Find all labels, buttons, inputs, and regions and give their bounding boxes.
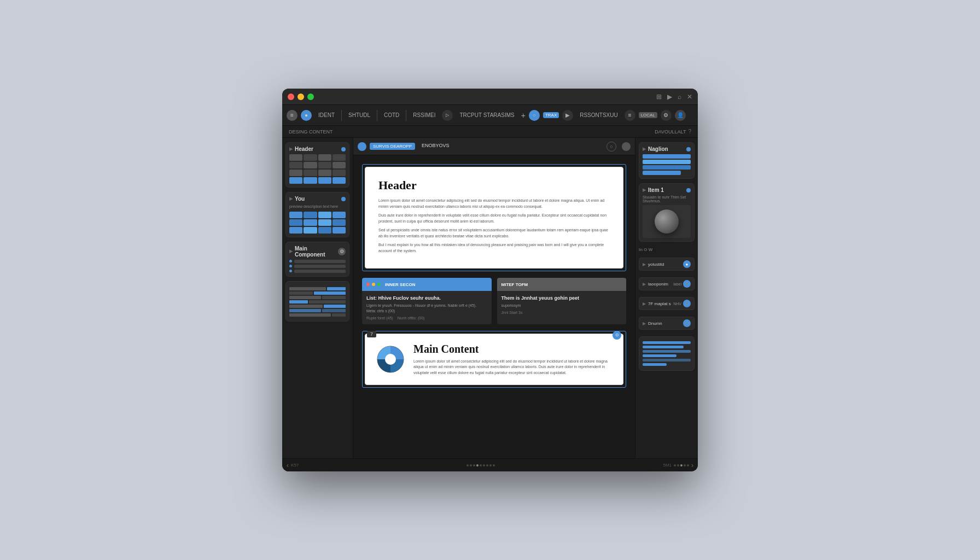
menu-icon[interactable]: ≡ — [287, 110, 298, 121]
grid-cell — [289, 170, 302, 176]
left-arrow-button[interactable]: ‹ — [287, 462, 289, 469]
list-item-icon-4[interactable]: ↻ — [683, 319, 691, 327]
page-dot[interactable] — [489, 464, 492, 466]
header-paragraph-2: Duis aute irure dolor in reprehenderit i… — [378, 213, 610, 224]
toolbar-shtudl[interactable]: SHTUDL — [345, 110, 374, 120]
header-component-card[interactable]: ▶ Header — [285, 142, 349, 188]
nav-arrow: ▶ — [643, 147, 646, 151]
arrow-icon: ▶ — [289, 196, 293, 201]
tab-active[interactable]: SURVIS DEAROPP — [370, 143, 415, 150]
toolbar-rssimei[interactable]: RSSIMEI — [410, 110, 439, 120]
page-dot[interactable] — [493, 464, 495, 466]
grid-icon[interactable]: ⊞ — [656, 93, 662, 101]
center-topbar: SURVIS DEAROPP ENOBYOVS ○ — [353, 138, 635, 155]
tab-second[interactable]: ENOBYOVS — [422, 143, 450, 150]
nav-status-dot — [686, 147, 691, 151]
center-panel: SURVIS DEAROPP ENOBYOVS ○ Header Lorem i… — [353, 138, 635, 458]
grid-cell-accent — [304, 177, 317, 184]
list-item-value-2: label — [673, 282, 681, 286]
right-dot — [674, 464, 676, 466]
list-line — [294, 270, 346, 273]
close-button[interactable] — [288, 94, 294, 100]
badge-trax: TRAX — [543, 112, 559, 118]
header-card-title: ▶ Header — [289, 146, 346, 152]
header-grid-preview — [289, 154, 346, 184]
list-arrow: ▶ — [643, 282, 646, 287]
minimize-button[interactable] — [298, 94, 304, 100]
settings-icon[interactable] — [622, 142, 631, 151]
search-icon[interactable]: ⌕ — [678, 93, 681, 101]
circle-icon[interactable]: ○ — [529, 110, 540, 121]
toolbar-cotd[interactable]: COTD — [381, 110, 402, 120]
circle-button[interactable]: ○ — [606, 142, 616, 151]
canvas-area[interactable]: Header Lorem ipsum dolor sit amet consec… — [353, 155, 635, 458]
pie-center — [385, 354, 396, 365]
toolbar: ≡ ● IDENT SHTUDL COTD RSSIMEI ▷ TRCPUT S… — [282, 105, 698, 126]
main-component-card[interactable]: ▶ Main Component ⚙ — [285, 242, 349, 277]
page-dot[interactable] — [486, 464, 488, 466]
list-item-row — [289, 265, 346, 268]
toolbar-trcput[interactable]: TRCPUT STARASIMS — [456, 110, 517, 120]
page-dot[interactable] — [470, 464, 472, 466]
right-page-text: 5M1 — [663, 463, 672, 468]
inner-card-1-meta: Ruple foret (45) Nunh ofttis: (00) — [366, 316, 487, 320]
close-icon[interactable]: ✕ — [687, 93, 692, 101]
page-dot[interactable] — [480, 464, 482, 466]
data-cell — [289, 305, 323, 308]
you-component-card[interactable]: ▶ You preview description text here — [285, 192, 349, 237]
grid-cell-accent — [318, 177, 331, 184]
right-dot — [677, 464, 679, 466]
page-dot[interactable] — [483, 464, 485, 466]
list-arrow: ▶ — [643, 262, 646, 267]
inner-card-2-text: suporiosym — [501, 303, 622, 308]
frame-icon[interactable]: ⊙ — [612, 331, 621, 340]
item1-card[interactable]: ▶ Item 1 Sluuatm te nuhr Thlm Set Sfuuhm… — [639, 183, 695, 242]
page-dot-active[interactable] — [476, 464, 479, 466]
inner-card-2[interactable]: MITEF TOFM Them is Jnnhat yeuus gohin pe… — [497, 278, 627, 324]
item1-arrow: ▶ — [643, 188, 646, 192]
right-list-item-2[interactable]: ▶ laooponim label ↻ — [639, 277, 695, 290]
toolbar-ident[interactable]: IDENT — [315, 110, 338, 120]
right-list-item-1[interactable]: ▶ yolustitd ● — [639, 258, 695, 271]
divider1 — [341, 110, 342, 121]
section-label: In O W — [639, 246, 695, 253]
header-paragraph-3: Sed ut perspiciatis unde omnis iste natu… — [378, 228, 610, 239]
grid-cell — [304, 227, 317, 234]
page-dot[interactable] — [466, 464, 469, 466]
list-line — [294, 265, 346, 268]
list-line — [294, 260, 346, 263]
sphere-icon — [655, 209, 679, 234]
nav-line-3 — [643, 165, 691, 170]
list-item-icon-2[interactable]: ↻ — [683, 280, 691, 288]
right-list-item-4[interactable]: ▶ Dnumn ↻ — [639, 317, 695, 330]
arrow-icon: ▶ — [289, 249, 293, 254]
user-icon[interactable]: 👤 — [675, 110, 686, 121]
app-icon[interactable]: ● — [301, 110, 312, 121]
toolbar-rssonts[interactable]: RSSONTSXUU — [576, 110, 621, 120]
play-icon[interactable]: ▶ — [667, 93, 672, 101]
play-button[interactable]: ▶ — [562, 110, 573, 121]
page-dot[interactable] — [473, 464, 475, 466]
green-dot — [377, 283, 381, 286]
list-item-icon-3[interactable]: ↻ — [683, 300, 691, 307]
maximize-button[interactable] — [307, 94, 314, 100]
navigation-card[interactable]: ▶ Naglion — [639, 142, 695, 179]
inner-card-1[interactable]: INNER SECON List: Hhive Fuclov seuhr euu… — [362, 278, 492, 324]
data-cell — [289, 313, 331, 317]
grid-cell — [289, 219, 302, 226]
info-icon[interactable]: ? — [688, 129, 691, 135]
data-cell — [322, 296, 346, 299]
menu-list-icon[interactable]: ≡ — [625, 110, 635, 121]
right-list-item-3[interactable]: ▶ 7F maplat s NHV ↻ — [639, 297, 695, 310]
add-button[interactable]: + — [521, 111, 526, 120]
settings-icon[interactable]: ⚙ — [338, 248, 346, 255]
grid-cell — [304, 162, 317, 168]
arrow-icon[interactable]: ▷ — [442, 110, 453, 121]
data-table-card[interactable] — [285, 281, 349, 322]
right-arrow-button[interactable]: › — [691, 462, 693, 469]
inner-card-1-text: Llgem te yruuh. Fressuuos - hluuor df e … — [366, 303, 487, 314]
data-cell-blue — [322, 309, 346, 312]
settings-icon[interactable]: ⚙ — [661, 110, 672, 121]
main-card-content: Main Content Lorem ipsum dolor sit amet … — [413, 343, 614, 376]
header-frame: Header Lorem ipsum dolor sit amet consec… — [362, 164, 626, 271]
